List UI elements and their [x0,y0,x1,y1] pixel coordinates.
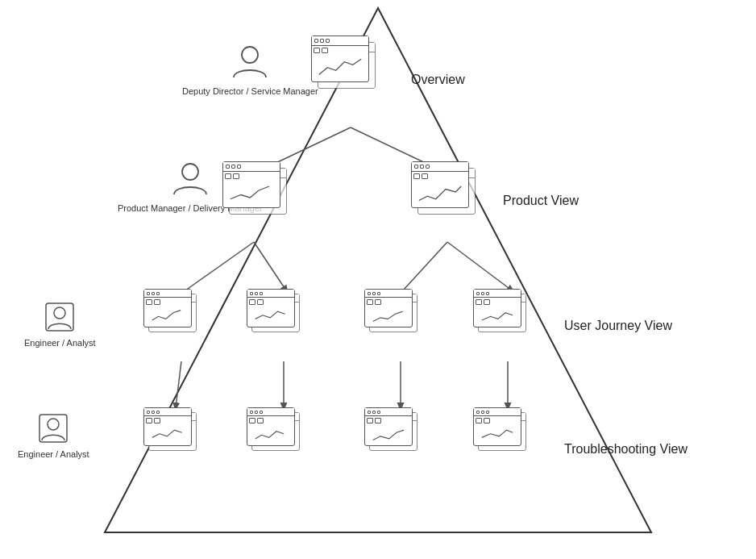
uj-dash4-node [473,289,521,336]
uj-dash4 [473,289,521,336]
uj-dash2-front [247,289,295,327]
product-dash-right-node [411,161,469,216]
product-dash-left [222,161,280,216]
uj-dash1-node [143,289,192,336]
ts-dash3-node [364,407,413,454]
ts-dash4-front [473,407,521,446]
product-dash-left-front [222,161,280,208]
product-dash-right [411,161,469,216]
uj-dash1 [143,289,192,336]
deputy-director-node: Deputy Director / Service Manager [182,40,318,97]
svg-point-11 [242,47,258,63]
uj-dash4-front [473,289,521,327]
product-dash-right-front [411,161,469,208]
uj-dash3 [364,289,413,336]
product-manager-icon [169,157,211,199]
uj-dash2 [247,289,295,336]
overview-dash-front [311,35,369,82]
svg-line-4 [254,242,286,290]
ts-dash1-node [143,407,192,454]
overview-dashboard-node [311,35,369,90]
overview-label: Overview [411,73,465,87]
deputy-person-icon [229,40,271,82]
svg-point-16 [48,419,59,430]
svg-line-3 [185,242,254,290]
uj-dash2-node [247,289,295,336]
ts-dash3-front [364,407,413,446]
ts-dash1 [143,407,192,454]
engineer2-icon [36,411,70,445]
svg-line-6 [447,242,512,290]
product-view-label: Product View [503,194,579,208]
engineer1-icon [43,300,77,334]
uj-dash3-node [364,289,413,336]
engineer1-label: Engineer / Analyst [24,337,96,348]
uj-dash3-front [364,289,413,327]
engineer2-label: Engineer / Analyst [18,448,89,460]
ts-dash4 [473,407,521,454]
troubleshooting-label: Troubleshooting View [564,442,687,457]
svg-point-14 [54,307,65,319]
svg-point-12 [182,164,198,180]
ts-dash4-node [473,407,521,454]
ts-dash2-node [247,407,295,454]
user-journey-label: User Journey View [564,319,672,333]
overview-dashboard [311,35,369,90]
product-dash-left-node [222,161,280,216]
svg-line-7 [176,361,181,407]
engineer2-node: Engineer / Analyst [18,411,89,460]
main-canvas: Deputy Director / Service Manager [0,0,756,559]
ts-dash3 [364,407,413,454]
uj-dash1-front [143,289,192,327]
ts-dash2-front [247,407,295,446]
ts-dash2 [247,407,295,454]
engineer1-node: Engineer / Analyst [24,300,96,348]
deputy-label: Deputy Director / Service Manager [182,86,318,97]
ts-dash1-front [143,407,192,446]
svg-line-5 [403,242,447,290]
